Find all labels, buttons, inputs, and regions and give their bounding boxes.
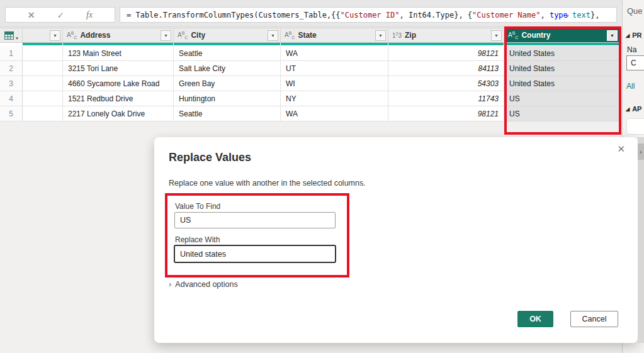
cell-address[interactable]: 2217 Lonely Oak Drive bbox=[63, 106, 174, 121]
cell-state[interactable]: WA bbox=[281, 106, 388, 121]
advanced-options-label: Advanced options bbox=[175, 280, 237, 289]
row-number-cell[interactable]: 1 bbox=[0, 46, 23, 61]
formula-expand-chevron-icon[interactable]: ⌄ bbox=[564, 10, 570, 19]
column-header-blank[interactable]: ▼ bbox=[23, 28, 63, 43]
dialog-close-icon[interactable]: ✕ bbox=[617, 143, 625, 155]
cell-city[interactable]: Seattle bbox=[174, 46, 281, 61]
dialog-title: Replace Values bbox=[169, 151, 251, 164]
cell-state[interactable]: NY bbox=[281, 91, 388, 106]
cell-blank[interactable] bbox=[23, 106, 63, 121]
value-to-find-input[interactable] bbox=[174, 212, 336, 228]
filter-dropdown-button[interactable]: ▼ bbox=[607, 30, 618, 41]
formula-input[interactable]: = Table.TransformColumnTypes(Customers_T… bbox=[120, 7, 617, 23]
advanced-options-toggle[interactable]: › Advanced options bbox=[169, 279, 238, 289]
cell-zip[interactable]: 11743 bbox=[388, 91, 504, 106]
cancel-button[interactable]: Cancel bbox=[570, 311, 618, 327]
cell-city[interactable]: Huntington bbox=[174, 91, 281, 106]
column-header-label: Country bbox=[521, 31, 607, 40]
formula-token: text bbox=[572, 11, 590, 20]
properties-section-header[interactable]: ◢ PR bbox=[626, 31, 641, 39]
text-type-icon: ABC bbox=[285, 31, 295, 40]
formula-token: }, bbox=[590, 11, 599, 20]
cell-zip[interactable]: 54303 bbox=[388, 76, 504, 91]
column-header-zip[interactable]: 123Zip▼ bbox=[388, 28, 504, 43]
cell-state[interactable]: WI bbox=[281, 76, 388, 91]
filter-dropdown-button[interactable]: ▼ bbox=[161, 30, 171, 41]
filter-dropdown-button[interactable]: ▼ bbox=[50, 30, 60, 41]
applied-steps-section-label: AP bbox=[632, 105, 641, 113]
filter-dropdown-button[interactable]: ▼ bbox=[268, 30, 278, 41]
column-quality-bar bbox=[388, 43, 504, 45]
row-number-cell[interactable]: 2 bbox=[0, 61, 23, 76]
panel-flyout-chevron-icon[interactable]: › bbox=[638, 143, 644, 160]
all-properties-link[interactable]: All bbox=[626, 82, 635, 91]
cell-address[interactable]: 1521 Redbud Drive bbox=[63, 91, 174, 106]
cell-city[interactable]: Salt Lake City bbox=[174, 61, 281, 76]
table-row: 1123 Main StreetSeattleWA98121United Sta… bbox=[0, 46, 620, 61]
cell-city[interactable]: Green Bay bbox=[174, 76, 281, 91]
table-icon bbox=[4, 31, 14, 40]
column-header-country[interactable]: ABCCountry▼ bbox=[504, 28, 620, 43]
cell-address[interactable]: 123 Main Street bbox=[63, 46, 174, 61]
column-header-label: City bbox=[191, 31, 268, 40]
grid-rows: 1123 Main StreetSeattleWA98121United Sta… bbox=[0, 46, 620, 121]
value-to-find-label: Value To Find bbox=[175, 202, 220, 211]
grid-header-row: ▼ ▼ABCAddress▼ABCCity▼ABCState▼123Zip▼AB… bbox=[0, 28, 620, 43]
column-header-city[interactable]: ABCCity▼ bbox=[174, 28, 281, 43]
table-row: 23215 Tori LaneSalt Lake CityUT84113Unit… bbox=[0, 61, 620, 76]
cell-state[interactable]: UT bbox=[281, 61, 388, 76]
table-menu-chevron-icon[interactable]: ▼ bbox=[15, 36, 19, 40]
column-header-label: Zip bbox=[405, 31, 491, 40]
query-settings-title: Que bbox=[627, 6, 643, 16]
row-number-cell[interactable]: 4 bbox=[0, 91, 23, 106]
data-preview-grid: ▼ ▼ABCAddress▼ABCCity▼ABCState▼123Zip▼AB… bbox=[0, 28, 620, 121]
cell-blank[interactable] bbox=[23, 91, 63, 106]
cell-state[interactable]: WA bbox=[281, 46, 388, 61]
filter-dropdown-button[interactable]: ▼ bbox=[375, 30, 386, 41]
cell-country[interactable]: United States bbox=[504, 76, 620, 91]
cell-country[interactable]: US bbox=[504, 91, 620, 106]
cell-blank[interactable] bbox=[23, 61, 63, 76]
column-header-address[interactable]: ABCAddress▼ bbox=[63, 28, 174, 43]
column-quality-bar bbox=[174, 43, 281, 45]
cell-address[interactable]: 4660 Sycamore Lake Road bbox=[63, 76, 174, 91]
formula-action-box: ✕ ✓ fx bbox=[5, 7, 115, 23]
applied-steps-section-header[interactable]: ◢ AP bbox=[626, 105, 641, 113]
formula-token: "Customer Name" bbox=[472, 11, 540, 20]
cell-country[interactable]: US bbox=[504, 106, 620, 121]
cell-zip[interactable]: 84113 bbox=[388, 61, 504, 76]
column-quality-bar bbox=[281, 43, 388, 45]
replace-with-input[interactable] bbox=[174, 245, 336, 263]
cell-country[interactable]: United States bbox=[504, 46, 620, 61]
collapse-triangle-icon: ◢ bbox=[626, 33, 630, 38]
column-header-state[interactable]: ABCState▼ bbox=[281, 28, 388, 43]
row-number-cell[interactable]: 5 bbox=[0, 106, 23, 121]
formula-bar-strip: ✕ ✓ fx = Table.TransformColumnTypes(Cust… bbox=[0, 0, 622, 27]
cell-blank[interactable] bbox=[23, 76, 63, 91]
power-query-editor-window: ✕ ✓ fx = Table.TransformColumnTypes(Cust… bbox=[0, 0, 644, 353]
column-header-label: Address bbox=[80, 31, 161, 40]
query-name-input[interactable]: C bbox=[626, 55, 644, 70]
applied-step-item[interactable] bbox=[626, 118, 644, 135]
column-quality-bar bbox=[23, 43, 63, 45]
replace-values-dialog: ✕ Replace Values Replace one value with … bbox=[154, 137, 638, 343]
cell-zip[interactable]: 98121 bbox=[388, 46, 504, 61]
cell-blank[interactable] bbox=[23, 46, 63, 61]
formula-commit-icon[interactable]: ✓ bbox=[57, 10, 64, 20]
row-number-cell[interactable]: 3 bbox=[0, 76, 23, 91]
panel-edge-strip: › bbox=[638, 137, 644, 343]
select-all-table-button[interactable]: ▼ bbox=[0, 28, 23, 43]
formula-text: = Table.TransformColumnTypes(Customers_T… bbox=[127, 11, 599, 20]
cell-zip[interactable]: 98121 bbox=[388, 106, 504, 121]
cell-city[interactable]: Seattle bbox=[174, 106, 281, 121]
ok-button[interactable]: OK bbox=[517, 311, 553, 327]
cell-address[interactable]: 3215 Tori Lane bbox=[63, 61, 174, 76]
text-type-icon: ABC bbox=[67, 31, 77, 40]
formula-token: , bbox=[540, 11, 549, 20]
column-quality-bar bbox=[504, 43, 620, 45]
table-row: 34660 Sycamore Lake RoadGreen BayWI54303… bbox=[0, 76, 620, 91]
filter-dropdown-button[interactable]: ▼ bbox=[491, 30, 502, 41]
cell-country[interactable]: United States bbox=[504, 61, 620, 76]
number-type-icon: 123 bbox=[392, 31, 402, 39]
formula-cancel-icon[interactable]: ✕ bbox=[28, 10, 35, 20]
